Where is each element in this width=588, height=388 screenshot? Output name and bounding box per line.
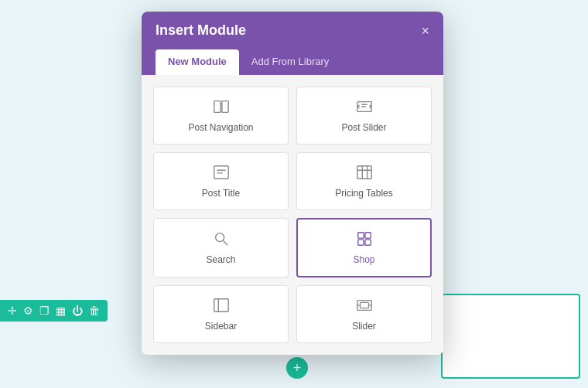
svg-rect-8 (357, 166, 371, 179)
svg-rect-15 (364, 233, 370, 238)
pricing-tables-icon (356, 164, 373, 183)
svg-rect-14 (357, 233, 363, 238)
module-label-post-navigation: Post Navigation (188, 122, 253, 133)
svg-rect-5 (214, 166, 227, 179)
svg-rect-21 (360, 302, 368, 308)
post-title-icon (213, 164, 230, 183)
modal-close-button[interactable]: × (421, 24, 429, 38)
svg-line-13 (223, 241, 227, 246)
module-label-shop: Shop (353, 254, 374, 265)
module-label-pricing-tables: Pricing Tables (335, 188, 392, 199)
duplicate-icon[interactable]: ❐ (39, 305, 50, 317)
module-toolbar: ✛ ⚙ ❐ ▦ ⏻ 🗑 (0, 300, 108, 322)
svg-point-12 (215, 233, 224, 242)
shop-icon (356, 230, 373, 250)
module-label-search: Search (206, 254, 235, 265)
move-icon[interactable]: ✛ (8, 305, 17, 317)
module-label-slider: Slider (352, 321, 376, 332)
module-label-post-slider: Post Slider (341, 122, 386, 133)
module-item-post-title[interactable]: Post Title (153, 152, 289, 210)
modal-header: Insert Module × (142, 12, 443, 49)
module-item-post-slider[interactable]: Post Slider (296, 87, 432, 145)
module-item-search[interactable]: Search (153, 218, 289, 277)
post-navigation-icon (213, 98, 230, 117)
module-label-post-title: Post Title (202, 188, 240, 199)
svg-rect-16 (357, 240, 363, 245)
svg-rect-17 (364, 240, 370, 245)
modal-title: Insert Module (156, 22, 246, 39)
svg-rect-18 (214, 299, 227, 312)
add-module-button-teal[interactable]: + (286, 357, 308, 379)
module-item-sidebar[interactable]: Sidebar (153, 285, 289, 343)
svg-rect-0 (214, 101, 220, 113)
slider-icon (356, 297, 373, 316)
module-item-shop[interactable]: Shop (296, 218, 432, 277)
settings-icon[interactable]: ⚙ (23, 305, 33, 317)
module-item-slider[interactable]: Slider (296, 285, 432, 343)
insert-module-modal: Insert Module × New Module Add From Libr… (142, 12, 443, 355)
columns-icon[interactable]: ▦ (56, 305, 66, 317)
tab-add-from-library[interactable]: Add From Library (239, 49, 341, 75)
svg-rect-20 (357, 301, 371, 311)
search-icon (213, 230, 230, 250)
teal-content-box (441, 294, 580, 379)
module-grid: Post Navigation Post Slider (142, 75, 443, 355)
power-icon[interactable]: ⏻ (72, 305, 83, 317)
module-item-pricing-tables[interactable]: Pricing Tables (296, 152, 432, 210)
sidebar-icon (213, 297, 230, 316)
post-slider-icon (356, 98, 373, 117)
module-item-post-navigation[interactable]: Post Navigation (153, 87, 289, 145)
module-label-sidebar: Sidebar (205, 321, 237, 332)
modal-tabs: New Module Add From Library (142, 49, 443, 75)
trash-icon[interactable]: 🗑 (89, 305, 100, 317)
tab-new-module[interactable]: New Module (156, 49, 239, 75)
svg-rect-1 (221, 101, 227, 113)
